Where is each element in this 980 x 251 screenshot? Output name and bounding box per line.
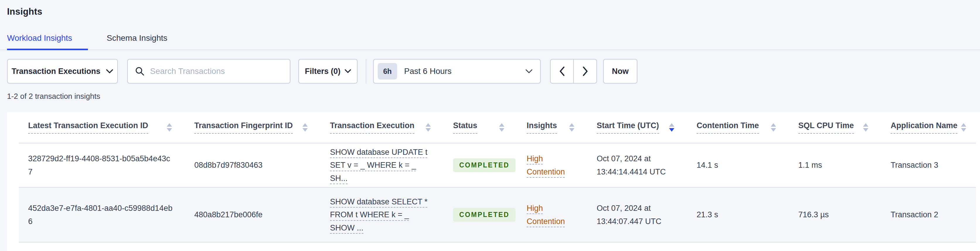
sort-icon: [302, 123, 308, 132]
sort-icon: [167, 123, 172, 132]
cell-status: COMPLETED: [444, 187, 517, 242]
cell-contention-time: 21.3 s: [687, 187, 789, 242]
sort-icon: [426, 123, 431, 132]
cell-start-time: Oct 07, 2024 at 13:44:07.447 UTC: [587, 187, 687, 242]
insight-link[interactable]: High Contention: [527, 154, 565, 176]
chevron-down-icon: [345, 69, 351, 73]
transaction-insights-table: Latest Transaction Execution ID Transact…: [19, 112, 976, 243]
column-header-status[interactable]: Status: [444, 112, 517, 143]
column-header-fingerprint-id[interactable]: Transaction Fingerprint ID: [185, 112, 321, 143]
transaction-execution-link[interactable]: SHOW database UPDATE t SET v = _ WHERE k…: [330, 148, 428, 183]
cell-start-time: Oct 07, 2024 at 13:44:14.4414 UTC: [587, 143, 687, 187]
table-row: 328729d2-ff19-4408-8531-b05a5b4e43c7 08d…: [19, 143, 976, 187]
time-range-next-button[interactable]: [573, 59, 597, 83]
sort-icon: [961, 123, 966, 132]
tab-workload-insights[interactable]: Workload Insights: [7, 34, 88, 50]
status-badge: COMPLETED: [453, 158, 515, 172]
sort-icon: [569, 123, 574, 132]
time-range-prev-button[interactable]: [550, 59, 573, 83]
sort-icon: [863, 123, 869, 132]
insight-link[interactable]: High Contention: [527, 204, 565, 226]
chevron-down-icon: [525, 69, 533, 74]
cell-insights: High Contention: [517, 187, 587, 242]
column-header-transaction-execution[interactable]: Transaction Execution: [321, 112, 444, 143]
search-box: [127, 59, 290, 83]
cell-latest-execution-id: 452da3e7-e7fa-4801-aa40-c59988d14eb6: [19, 187, 185, 242]
tab-schema-insights[interactable]: Schema Insights: [107, 34, 183, 50]
status-badge: COMPLETED: [453, 208, 515, 222]
execution-type-label: Transaction Executions: [11, 67, 100, 76]
cell-insights: High Contention: [517, 143, 587, 187]
cell-status: COMPLETED: [444, 143, 517, 187]
table-header-row: Latest Transaction Execution ID Transact…: [19, 112, 976, 143]
cell-latest-execution-id: 328729d2-ff19-4408-8531-b05a5b4e43c7: [19, 143, 185, 187]
time-range-arrows: [550, 59, 597, 83]
filters-label: Filters (0): [305, 67, 340, 76]
cell-sql-cpu-time: 1.1 ms: [789, 143, 881, 187]
transaction-execution-link[interactable]: SHOW database SELECT * FROM t WHERE k = …: [330, 197, 428, 232]
search-input[interactable]: [150, 66, 283, 76]
chevron-right-icon: [582, 66, 588, 76]
now-button[interactable]: Now: [603, 59, 637, 83]
cell-fingerprint-id: 08d8b7d97f830463: [185, 143, 321, 187]
chevron-down-icon: [106, 69, 113, 74]
cell-sql-cpu-time: 716.3 µs: [789, 187, 881, 242]
now-button-label: Now: [612, 67, 628, 76]
cell-transaction-execution: SHOW database SELECT * FROM t WHERE k = …: [321, 187, 444, 242]
toolbar-divider: [366, 59, 366, 83]
search-icon: [135, 66, 145, 76]
cell-transaction-execution: SHOW database UPDATE t SET v = _ WHERE k…: [321, 143, 444, 187]
insights-tab-bar: Workload Insights Schema Insights: [0, 34, 980, 50]
table-row: 452da3e7-e7fa-4801-aa40-c59988d14eb6 480…: [19, 187, 976, 242]
column-header-application-name[interactable]: Application Name: [881, 112, 976, 143]
execution-type-dropdown[interactable]: Transaction Executions: [7, 59, 118, 83]
time-range-badge: 6h: [378, 63, 397, 80]
sort-icon-descending-active: [669, 123, 675, 132]
results-summary: 1-2 of 2 transaction insights: [7, 92, 973, 101]
cell-application-name: Transaction 2: [881, 187, 976, 242]
cell-contention-time: 14.1 s: [687, 143, 789, 187]
column-header-latest-execution-id[interactable]: Latest Transaction Execution ID: [19, 112, 185, 143]
column-header-start-time[interactable]: Start Time (UTC): [587, 112, 687, 143]
chevron-left-icon: [559, 66, 565, 76]
sort-icon: [771, 123, 776, 132]
time-range-label: Past 6 Hours: [404, 67, 452, 76]
column-header-sql-cpu-time[interactable]: SQL CPU Time: [789, 112, 881, 143]
cell-fingerprint-id: 480a8b217be006fe: [185, 187, 321, 242]
column-header-insights[interactable]: Insights: [517, 112, 587, 143]
cell-application-name: Transaction 3: [881, 143, 976, 187]
toolbar: Transaction Executions Filters (0) 6h Pa…: [7, 59, 973, 83]
page-title: Insights: [7, 0, 973, 17]
insights-table-card: Latest Transaction Execution ID Transact…: [7, 112, 980, 251]
time-range-picker[interactable]: 6h Past 6 Hours: [373, 59, 541, 83]
filters-button[interactable]: Filters (0): [298, 59, 358, 83]
sort-icon: [499, 123, 504, 132]
column-header-contention-time[interactable]: Contention Time: [687, 112, 789, 143]
